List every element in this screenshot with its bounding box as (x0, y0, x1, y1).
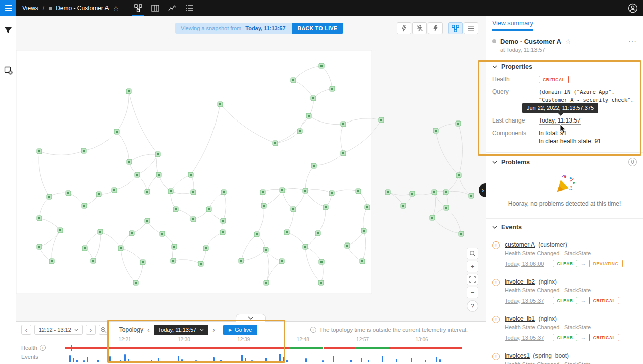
metrics-view-tab[interactable] (165, 0, 179, 16)
more-options-button[interactable]: ··· (628, 37, 637, 45)
topology-node[interactable] (91, 258, 96, 263)
topology-node[interactable] (114, 129, 119, 134)
topology-node[interactable] (133, 280, 138, 285)
topology-view-tab[interactable] (131, 0, 145, 16)
topology-node[interactable] (469, 193, 474, 198)
topology-node[interactable] (432, 190, 437, 195)
filter-button[interactable] (0, 22, 16, 38)
topology-node[interactable] (360, 259, 365, 264)
range-previous-button[interactable]: ‹ (21, 325, 31, 335)
hamburger-menu-button[interactable] (0, 0, 16, 16)
topology-node[interactable] (82, 246, 87, 251)
range-next-button[interactable]: › (86, 325, 96, 335)
topology-node[interactable] (319, 259, 324, 264)
topology-node[interactable] (385, 190, 390, 195)
group-button[interactable] (428, 22, 443, 34)
event-component-name[interactable]: invoice_lb1 (505, 315, 535, 322)
list-layout-button[interactable] (464, 22, 478, 34)
topology-time-dropdown[interactable]: Today, 11:13:57 (154, 325, 209, 335)
topology-node[interactable] (191, 217, 196, 222)
event-component-name[interactable]: invoice_lb2 (505, 278, 535, 285)
topology-node[interactable] (306, 113, 311, 118)
health-timeline-track[interactable] (65, 347, 462, 349)
topology-node[interactable] (135, 172, 140, 177)
topology-node[interactable] (323, 205, 328, 210)
topology-node[interactable] (203, 246, 208, 251)
event-time[interactable]: Today, 13:05:37 (505, 298, 544, 304)
topology-node[interactable] (273, 141, 278, 146)
topology-node[interactable] (261, 203, 266, 208)
topology-node[interactable] (341, 122, 346, 127)
topology-node[interactable] (160, 231, 165, 236)
topology-node[interactable] (456, 173, 461, 178)
topology-node[interactable] (82, 203, 87, 208)
last-change-value[interactable]: Today, 11:13:57 (539, 117, 581, 125)
topology-node[interactable] (330, 86, 335, 91)
topology-node[interactable] (430, 215, 435, 220)
topology-node[interactable] (318, 280, 324, 285)
topology-node[interactable] (280, 188, 285, 193)
topology-node[interactable] (303, 188, 308, 193)
tab-view-summary[interactable]: View summary (492, 20, 533, 31)
go-live-button[interactable]: ▶ Go live (223, 325, 257, 335)
fit-to-screen-button[interactable] (467, 274, 478, 285)
topology-node[interactable] (284, 230, 289, 235)
graph-layout-button[interactable] (448, 22, 463, 34)
topology-node[interactable] (361, 228, 366, 233)
topology-node[interactable] (37, 244, 42, 249)
auto-group-button[interactable] (397, 22, 411, 34)
topology-node[interactable] (221, 218, 226, 223)
topology-node[interactable] (66, 191, 71, 196)
event-item[interactable]: ! customer A (customer) Health State Cha… (486, 236, 643, 273)
topology-node[interactable] (297, 129, 302, 134)
topology-node[interactable] (311, 163, 316, 168)
zoom-search-button[interactable] (467, 248, 478, 259)
topology-node[interactable] (459, 231, 464, 236)
timeline-collapse-tab[interactable] (236, 314, 266, 322)
time-range-dropdown[interactable]: 12:12 - 13:12 (34, 325, 83, 335)
events-view-tab[interactable] (182, 0, 196, 16)
topology-node[interactable] (443, 190, 448, 195)
view-settings-button[interactable] (0, 62, 16, 78)
topology-node[interactable] (291, 78, 296, 83)
favorite-star-icon[interactable]: ☆ (113, 5, 119, 12)
topology-node[interactable] (81, 148, 86, 153)
topology-node[interactable] (168, 189, 173, 194)
events-section-header[interactable]: Events (486, 224, 643, 231)
topology-node[interactable] (49, 259, 54, 264)
topology-node[interactable] (444, 205, 449, 210)
topology-node[interactable] (220, 230, 225, 235)
topology-node[interactable] (433, 128, 438, 133)
topology-node[interactable] (239, 258, 244, 263)
topology-node[interactable] (112, 188, 117, 193)
topology-node[interactable] (171, 258, 176, 263)
topology-node[interactable] (156, 172, 161, 177)
no-group-button[interactable] (412, 22, 427, 34)
topology-node[interactable] (98, 229, 103, 234)
topology-node[interactable] (365, 205, 370, 210)
breadcrumb-views[interactable]: Views (22, 5, 38, 12)
event-component-name[interactable]: customer A (505, 241, 535, 248)
table-view-tab[interactable] (148, 0, 162, 16)
topology-node[interactable] (341, 151, 346, 156)
events-timeline-track[interactable] (65, 351, 462, 363)
topology-node[interactable] (172, 244, 177, 249)
topology-node[interactable] (291, 207, 296, 212)
topology-node[interactable] (140, 260, 145, 265)
topology-node[interactable] (37, 149, 42, 154)
topology-node[interactable] (279, 259, 284, 264)
properties-section-header[interactable]: Properties (492, 63, 637, 70)
topology-node[interactable] (118, 246, 123, 251)
topology-node[interactable] (198, 261, 203, 266)
topology-node[interactable] (319, 63, 324, 68)
topology-node[interactable] (188, 172, 193, 177)
topology-node[interactable] (145, 189, 150, 194)
topology-canvas[interactable]: Viewing a snapshot from Today, 11:13:57 … (16, 16, 486, 321)
topology-node[interactable] (345, 243, 350, 248)
topology-node[interactable] (191, 190, 196, 195)
topology-node[interactable] (263, 247, 268, 252)
topology-node[interactable] (173, 207, 178, 212)
breadcrumb-view-name[interactable]: Demo - Customer A (56, 5, 109, 12)
timeline-zoom-out-button[interactable] (99, 325, 109, 335)
topology-node[interactable] (126, 89, 131, 94)
